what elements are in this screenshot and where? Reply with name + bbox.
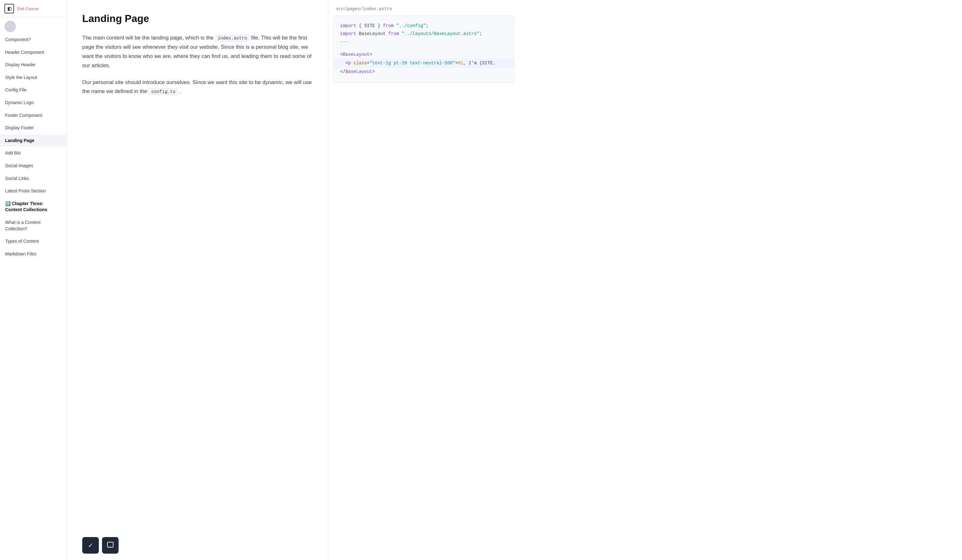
- inline-code-index-astro: index.astro: [215, 35, 250, 42]
- sidebar-nav: Component?Header ComponentDisplay Header…: [0, 34, 67, 260]
- code-line-p-tag: <p class="text-lg pt-20 text-neutral-500…: [334, 59, 514, 68]
- sidebar-item-dynamic-logo[interactable]: Dynamic Logo: [0, 97, 67, 109]
- sidebar-logo-icon: ◧: [5, 4, 14, 13]
- avatar: [5, 21, 16, 32]
- code-line-open-tag: <BaseLayout>: [340, 51, 508, 59]
- para2-before: Our personal site should introduce ourse…: [82, 79, 312, 95]
- page-title: Landing Page: [82, 13, 313, 24]
- check-icon: ✓: [88, 542, 94, 549]
- code-block: import { SITE } from "../config"; import…: [333, 15, 515, 82]
- content-panel: Landing Page The main content will be th…: [67, 0, 328, 560]
- sidebar-header: ◧ Exit Course: [0, 0, 67, 18]
- sidebar-item-display-footer[interactable]: Display Footer: [0, 122, 67, 134]
- para1-before: The main content will be the landing pag…: [82, 35, 215, 41]
- code-line-comment: ---: [340, 38, 508, 46]
- paragraph-1: The main content will be the landing pag…: [82, 34, 313, 71]
- code-line-close-tag: </BaseLayout>: [340, 68, 508, 76]
- bottom-toolbar: ✓: [67, 537, 134, 554]
- sidebar-item-add-bio[interactable]: Add Bio: [0, 147, 67, 159]
- code-blank: [340, 46, 508, 51]
- tablet-icon: [107, 541, 114, 550]
- main-content: Landing Page The main content will be th…: [67, 0, 962, 560]
- sidebar-item-latest-posts[interactable]: Latest Posts Section: [0, 185, 67, 198]
- para2-after: .: [179, 88, 181, 94]
- sidebar-item-chapter-three[interactable]: 3️⃣ Chapter Three: Content Collections: [0, 198, 67, 216]
- exit-course-button[interactable]: Exit Course: [17, 6, 39, 11]
- sidebar-item-social-links[interactable]: Social Links: [0, 172, 67, 185]
- sidebar-item-header-component[interactable]: Header Component: [0, 46, 67, 59]
- paragraph-2: Our personal site should introduce ourse…: [82, 78, 313, 97]
- code-panel: src/pages/index.astro import { SITE } fr…: [328, 0, 520, 560]
- sidebar-item-markdown-files[interactable]: Markdown Files: [0, 248, 67, 261]
- sidebar-item-display-header[interactable]: Display Header: [0, 59, 67, 71]
- svg-point-1: [110, 546, 111, 547]
- sidebar-item-landing-page[interactable]: Landing Page: [0, 134, 67, 147]
- sidebar-item-social-images[interactable]: Social Images: [0, 159, 67, 172]
- sidebar-item-style-layout[interactable]: Style the Layout: [0, 71, 67, 84]
- sidebar-item-config-file[interactable]: Config File: [0, 84, 67, 97]
- inline-code-config-ts: config.ts: [149, 88, 178, 95]
- sidebar-item-types-of-content[interactable]: Types of Content: [0, 235, 67, 248]
- code-line-1: import { SITE } from "../config";: [340, 22, 508, 30]
- code-line-2: import BaseLayout from "../layouts/BaseL…: [340, 30, 508, 38]
- sidebar-item-what-is-content[interactable]: What is a Content Collection?: [0, 216, 67, 235]
- sidebar-item-footer-component[interactable]: Footer Component: [0, 109, 67, 122]
- tablet-button[interactable]: [102, 537, 119, 554]
- file-path: src/pages/index.astro: [328, 6, 520, 15]
- sidebar: ◧ Exit Course Component?Header Component…: [0, 0, 67, 560]
- sidebar-item-component[interactable]: Component?: [0, 34, 67, 46]
- check-button[interactable]: ✓: [82, 537, 99, 554]
